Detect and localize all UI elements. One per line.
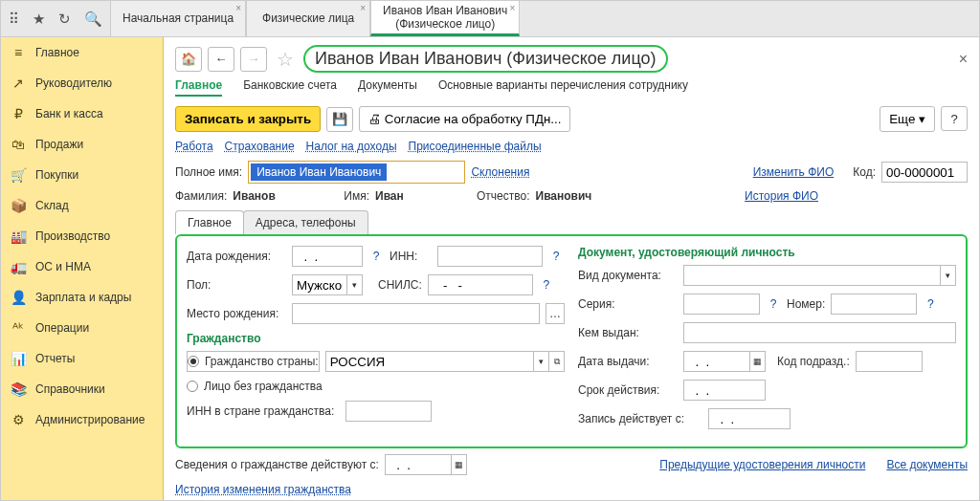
- snils-input[interactable]: [428, 274, 533, 295]
- mid-name-value: Иванович: [536, 189, 592, 203]
- sidebar-item[interactable]: 🚛ОС и НМА: [1, 251, 163, 282]
- history-fio-link[interactable]: История ФИО: [745, 189, 818, 203]
- inn-input[interactable]: [437, 246, 543, 267]
- save-close-button[interactable]: Записать и закрыть: [175, 106, 321, 132]
- citizenship-history-link[interactable]: История изменения гражданства: [175, 483, 351, 496]
- tab[interactable]: Иванов Иван Иванович(Физическое лицо)×: [370, 1, 520, 36]
- subtab[interactable]: Банковские счета: [243, 78, 337, 97]
- full-name-input[interactable]: Иванов Иван Иванович: [248, 161, 465, 184]
- dob-input[interactable]: [292, 246, 363, 267]
- number-hint-icon[interactable]: ?: [923, 295, 938, 313]
- last-name-value: Иванов: [233, 189, 338, 203]
- sidebar-item[interactable]: ≡Главное: [1, 37, 163, 68]
- chevron-down-icon[interactable]: ▾: [533, 352, 548, 371]
- dob-hint-icon[interactable]: ?: [368, 248, 384, 265]
- consent-button[interactable]: 🖨 Согласие на обработку ПДн...: [359, 106, 570, 132]
- help-button[interactable]: ?: [941, 106, 968, 131]
- sidebar-item[interactable]: 🛍Продажи: [1, 129, 163, 160]
- first-name-value: Иван: [375, 189, 471, 203]
- inner-tab[interactable]: Главное: [175, 210, 244, 234]
- series-hint-icon[interactable]: ?: [766, 295, 781, 313]
- search-icon[interactable]: 🔍: [84, 11, 102, 28]
- radio-stateless[interactable]: Лицо без гражданства: [187, 380, 323, 393]
- apps-icon[interactable]: ⠿: [9, 11, 19, 28]
- favorite-icon[interactable]: ☆: [273, 48, 298, 71]
- issue-date-input[interactable]: ▦: [683, 351, 766, 372]
- valid-input[interactable]: [683, 380, 766, 401]
- sex-select[interactable]: ▾: [292, 274, 363, 295]
- close-icon[interactable]: ×: [360, 3, 366, 14]
- issued-input[interactable]: [683, 322, 956, 343]
- issued-label: Кем выдан:: [578, 326, 678, 339]
- link[interactable]: Налог на доходы: [306, 140, 397, 153]
- sidebar-item[interactable]: 👤Зарплата и кадры: [1, 282, 163, 313]
- nav-icon: ↗: [11, 76, 26, 91]
- valid-label: Срок действия:: [578, 383, 678, 397]
- subtab[interactable]: Основные варианты перечисления сотрудник…: [438, 78, 688, 97]
- code-field[interactable]: [881, 162, 968, 183]
- chevron-down-icon[interactable]: ▾: [940, 266, 955, 285]
- all-docs-link[interactable]: Все документы: [886, 458, 968, 471]
- citizen-country-select[interactable]: ▾ ⧉: [325, 351, 565, 372]
- star-icon[interactable]: ★: [33, 11, 45, 28]
- prev-docs-link[interactable]: Предыдущие удостоверения личности: [659, 458, 865, 471]
- pob-input[interactable]: [292, 303, 540, 324]
- doc-type-select[interactable]: ▾: [683, 265, 956, 286]
- nav-icon: ₽: [11, 106, 26, 121]
- close-icon[interactable]: ×: [509, 3, 515, 14]
- sidebar-item[interactable]: ↗Руководителю: [1, 68, 163, 98]
- content: 🏠 ← → ☆ Иванов Иван Иванович (Физическое…: [164, 37, 979, 500]
- history-icon[interactable]: ↻: [58, 11, 71, 28]
- sidebar-item[interactable]: 📚Справочники: [1, 374, 163, 404]
- number-input[interactable]: [831, 294, 917, 315]
- sidebar-item[interactable]: 📊Отчеты: [1, 343, 163, 374]
- open-icon[interactable]: ⧉: [548, 352, 564, 371]
- sidebar-item[interactable]: ⚙Администрирование: [1, 404, 163, 435]
- series-input[interactable]: [683, 294, 760, 315]
- close-icon[interactable]: ×: [235, 3, 241, 14]
- calendar-icon[interactable]: ▦: [749, 352, 765, 371]
- link[interactable]: Работа: [175, 140, 213, 153]
- foreign-inn-label: ИНН в стране гражданства:: [187, 404, 340, 418]
- sex-label: Пол:: [187, 278, 286, 292]
- snils-label: СНИЛС:: [378, 278, 422, 292]
- mid-name-label: Отчество:: [477, 189, 530, 203]
- inner-tab[interactable]: Адреса, телефоны: [243, 210, 368, 234]
- foreign-inn-input[interactable]: [345, 401, 432, 422]
- subtab[interactable]: Документы: [358, 78, 417, 97]
- close-icon[interactable]: ×: [959, 51, 968, 68]
- back-button[interactable]: ←: [208, 47, 234, 72]
- sidebar-item[interactable]: 🛒Покупки: [1, 160, 163, 190]
- nav-icon: 📦: [11, 198, 26, 213]
- sidebar-item[interactable]: ₽Банк и касса: [1, 98, 163, 129]
- details-box: Дата рождения: ? ИНН: ? Пол: ▾ СНИЛС:: [175, 234, 968, 448]
- dept-code-input[interactable]: [856, 351, 923, 372]
- nav-icon: ᴬᵏ: [11, 320, 26, 336]
- pob-dots-button[interactable]: …: [546, 303, 565, 324]
- declensions-link[interactable]: Склонения: [471, 165, 529, 179]
- sidebar-item[interactable]: 🏭Производство: [1, 221, 163, 251]
- link[interactable]: Присоединенные файлы: [409, 140, 542, 153]
- link[interactable]: Страхование: [225, 140, 295, 153]
- inn-hint-icon[interactable]: ?: [548, 248, 564, 265]
- home-button[interactable]: 🏠: [175, 47, 202, 72]
- tab[interactable]: Физические лица×: [246, 1, 370, 36]
- calendar-icon[interactable]: ▦: [451, 455, 466, 474]
- sidebar-item[interactable]: 📦Склад: [1, 190, 163, 221]
- forward-button[interactable]: →: [240, 47, 267, 72]
- tab[interactable]: Начальная страница×: [110, 1, 246, 36]
- save-button[interactable]: 💾: [326, 107, 353, 132]
- pob-label: Место рождения:: [187, 307, 286, 320]
- more-button[interactable]: Еще ▾: [880, 106, 935, 132]
- chevron-down-icon[interactable]: ▾: [346, 275, 362, 294]
- snils-hint-icon[interactable]: ?: [539, 276, 554, 294]
- sidebar-item[interactable]: ᴬᵏОперации: [1, 313, 163, 343]
- inn-label: ИНН:: [390, 250, 432, 263]
- subtab[interactable]: Главное: [175, 78, 222, 97]
- radio-citizen-country[interactable]: Гражданство страны:: [187, 351, 320, 372]
- toolbar: Записать и закрыть 💾 🖨 Согласие на обраб…: [175, 106, 968, 132]
- link-bar: РаботаСтрахованиеНалог на доходыПрисоеди…: [175, 140, 968, 153]
- change-fio-link[interactable]: Изменить ФИО: [753, 165, 835, 179]
- citizenship-from-input[interactable]: ▦: [385, 454, 467, 475]
- record-from-input[interactable]: [708, 408, 791, 429]
